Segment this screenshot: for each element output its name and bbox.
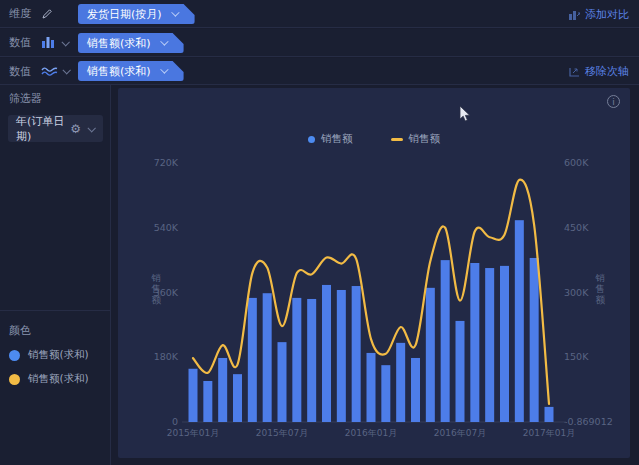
right-axis-tick: 450K bbox=[564, 222, 589, 233]
series-color-swatch bbox=[9, 350, 20, 361]
color-legend-item[interactable]: 销售额(求和) bbox=[9, 348, 110, 362]
bar[interactable] bbox=[530, 258, 539, 422]
series-color-label: 销售额(求和) bbox=[28, 372, 89, 386]
dimension-field-label: 发货日期(按月) bbox=[87, 7, 162, 22]
bar[interactable] bbox=[189, 369, 198, 422]
remove-secondary-axis-button[interactable]: 移除次轴 bbox=[569, 64, 629, 79]
bar[interactable] bbox=[307, 299, 316, 422]
left-axis-tick: 720K bbox=[154, 157, 179, 168]
bar[interactable] bbox=[233, 374, 242, 422]
compare-icon bbox=[569, 10, 580, 20]
bar[interactable] bbox=[426, 288, 435, 422]
dimension-label: 维度 bbox=[9, 6, 31, 21]
series-color-swatch bbox=[9, 374, 20, 385]
chart-settings-sidebar: 筛选器 年(订单日期) ⚙ 颜色 销售额(求和)销售额(求和) bbox=[0, 85, 111, 465]
x-axis-tick: 2017年01月 bbox=[523, 428, 575, 438]
bar[interactable] bbox=[396, 343, 405, 422]
bar[interactable] bbox=[470, 263, 479, 422]
value-field-label: 销售额(求和) bbox=[87, 36, 151, 51]
bar[interactable] bbox=[337, 290, 346, 422]
bar[interactable] bbox=[411, 358, 420, 422]
gear-icon[interactable]: ⚙ bbox=[70, 122, 81, 136]
secondary-axis-icon bbox=[569, 67, 580, 77]
bar[interactable] bbox=[263, 293, 272, 422]
x-axis-tick: 2015年07月 bbox=[256, 428, 308, 438]
bar[interactable] bbox=[500, 266, 509, 422]
bar[interactable] bbox=[292, 298, 301, 422]
chevron-down-icon bbox=[62, 66, 70, 74]
bi-dashboard-editor: 维度 发货日期(按月) 添加对比 数值 销售额(求和) 数值 销售 bbox=[0, 0, 639, 465]
color-legend-list: 销售额(求和)销售额(求和) bbox=[0, 348, 110, 386]
x-axis-tick: 2016年01月 bbox=[345, 428, 397, 438]
right-axis-tick: -0.869012 bbox=[564, 416, 613, 427]
bar[interactable] bbox=[441, 260, 450, 422]
right-axis-tick: 300K bbox=[564, 287, 589, 298]
value-field-pill-bar[interactable]: 销售额(求和) bbox=[78, 33, 184, 53]
chevron-down-icon bbox=[160, 37, 168, 45]
chevron-down-icon bbox=[171, 8, 179, 16]
bar[interactable] bbox=[322, 285, 331, 422]
combo-chart: 0180K360K540K720K-0.869012150K300K450K60… bbox=[118, 88, 630, 458]
left-axis-tick: 0 bbox=[172, 416, 178, 427]
bar[interactable] bbox=[352, 286, 361, 422]
remove-secondary-axis-label: 移除次轴 bbox=[585, 64, 629, 79]
chevron-down-icon bbox=[160, 65, 168, 73]
bar[interactable] bbox=[485, 268, 494, 422]
add-compare-label: 添加对比 bbox=[585, 7, 629, 22]
left-axis-tick: 180K bbox=[154, 351, 179, 362]
bar[interactable] bbox=[218, 358, 227, 422]
filter-field-dropdown[interactable]: 年(订单日期) ⚙ bbox=[8, 115, 103, 142]
bar[interactable] bbox=[515, 220, 524, 422]
x-axis-tick: 2015年01月 bbox=[167, 428, 219, 438]
bar[interactable] bbox=[456, 321, 465, 422]
value-row-bar: 数值 销售额(求和) bbox=[0, 29, 639, 57]
sidebar-divider bbox=[0, 310, 110, 311]
add-compare-button[interactable]: 添加对比 bbox=[569, 7, 629, 22]
line-chart-icon[interactable] bbox=[41, 65, 69, 77]
value-field-label: 销售额(求和) bbox=[87, 64, 151, 79]
x-axis-tick: 2016年07月 bbox=[434, 428, 486, 438]
chart-canvas-panel: i 销售额销售额 0180K360K540K720K-0.869012150K3… bbox=[118, 88, 630, 458]
bar-chart-icon[interactable] bbox=[41, 36, 68, 49]
chevron-down-icon bbox=[61, 38, 69, 46]
bar[interactable] bbox=[203, 381, 212, 422]
bar[interactable] bbox=[545, 407, 554, 422]
color-section-label: 颜色 bbox=[9, 323, 110, 338]
left-axis-tick: 540K bbox=[154, 222, 179, 233]
dimension-row: 维度 发货日期(按月) 添加对比 bbox=[0, 0, 639, 28]
value-field-pill-line[interactable]: 销售额(求和) bbox=[78, 61, 184, 81]
left-axis-title: 销售额 bbox=[151, 272, 161, 305]
right-axis-tick: 150K bbox=[564, 351, 589, 362]
pencil-icon[interactable] bbox=[41, 8, 53, 20]
filter-field-value: 年(订单日期) bbox=[16, 114, 70, 144]
series-color-label: 销售额(求和) bbox=[28, 348, 89, 362]
filter-section-label: 筛选器 bbox=[9, 91, 110, 106]
right-axis-tick: 600K bbox=[564, 157, 589, 168]
chevron-down-icon bbox=[87, 124, 95, 132]
bar[interactable] bbox=[367, 353, 376, 422]
value-label: 数值 bbox=[9, 64, 31, 79]
bar[interactable] bbox=[248, 298, 257, 422]
bar[interactable] bbox=[381, 365, 390, 422]
bar[interactable] bbox=[278, 342, 287, 422]
color-legend-item[interactable]: 销售额(求和) bbox=[9, 372, 110, 386]
dimension-field-pill[interactable]: 发货日期(按月) bbox=[78, 4, 195, 24]
value-row-line: 数值 销售额(求和) 移除次轴 bbox=[0, 58, 639, 85]
right-axis-title: 销售额 bbox=[595, 272, 605, 305]
value-label: 数值 bbox=[9, 35, 31, 50]
